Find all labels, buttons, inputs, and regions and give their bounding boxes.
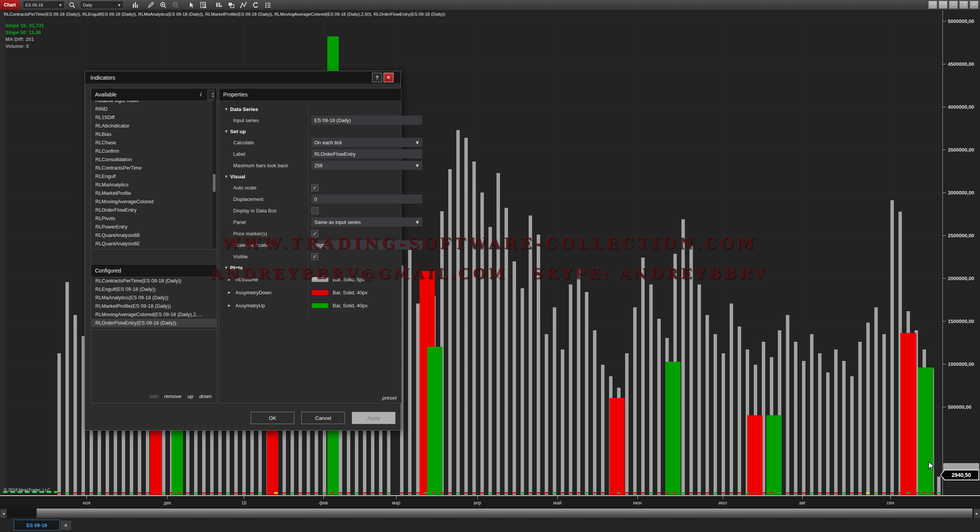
configured-item[interactable]: RLOrderFlowEntry(ES 09-18 (Daily)) bbox=[91, 319, 216, 327]
available-item[interactable]: RLMovingAverageColored bbox=[91, 197, 216, 206]
tab-es-09-18[interactable]: ES 09-18 bbox=[14, 520, 60, 530]
field-control-cell: Same as input series∨ bbox=[311, 217, 422, 227]
drawing-tools-icon[interactable] bbox=[146, 1, 156, 9]
time-tick-label: сен bbox=[887, 500, 894, 506]
scroll-left-button[interactable]: ◄ bbox=[0, 509, 7, 518]
volume-bar bbox=[802, 361, 805, 495]
properties-list-icon[interactable] bbox=[263, 1, 273, 9]
ok-button[interactable]: OK bbox=[251, 412, 294, 424]
remove-link[interactable]: remove bbox=[164, 393, 181, 399]
available-item[interactable]: RLEngulf bbox=[91, 172, 216, 181]
indicator-polyline-icon[interactable] bbox=[238, 1, 248, 9]
pointer-icon[interactable] bbox=[186, 1, 196, 9]
titlebar-button-b[interactable] bbox=[939, 1, 947, 9]
volume-bar bbox=[456, 130, 460, 495]
instrument-select[interactable]: ES 09-18▼ bbox=[23, 1, 65, 9]
checkbox[interactable] bbox=[311, 207, 318, 214]
configured-item[interactable]: RLMarketProfile(ES 09-18 (Daily)) bbox=[91, 302, 216, 310]
available-item[interactable]: RLBias bbox=[91, 130, 216, 139]
close-window-button[interactable]: ✕ bbox=[970, 1, 978, 9]
baseline-dash bbox=[338, 492, 342, 494]
baseline-dash bbox=[298, 492, 302, 494]
time-tick bbox=[557, 496, 558, 499]
plot-color-swatch[interactable] bbox=[311, 303, 329, 308]
zoom-out-icon[interactable] bbox=[170, 1, 180, 9]
collapse-arrow-icon[interactable]: ▼ bbox=[222, 174, 230, 179]
available-item[interactable]: RLPivots bbox=[91, 214, 216, 223]
baseline-dash bbox=[552, 492, 556, 494]
available-item[interactable]: RLContractsPerTime bbox=[91, 164, 216, 172]
period-select[interactable]: Daily▼ bbox=[80, 1, 124, 9]
available-item[interactable]: RLMarketProfile bbox=[91, 189, 216, 197]
collapse-arrow-icon[interactable]: ▼ bbox=[222, 107, 230, 111]
available-scrollbar[interactable] bbox=[212, 101, 216, 248]
close-dialog-button[interactable]: ✕ bbox=[384, 73, 394, 82]
text-input[interactable]: ES 09-18 (Daily) bbox=[311, 116, 422, 125]
dropdown-select[interactable]: 256∨ bbox=[311, 161, 422, 170]
available-item[interactable]: RLChase bbox=[91, 139, 216, 147]
available-item[interactable]: RLMaAnalytics bbox=[91, 181, 216, 189]
property-row: PanelSame as input series∨ bbox=[219, 216, 401, 228]
chart-menu-button[interactable]: Chart bbox=[0, 0, 20, 10]
available-item[interactable]: Relative vigor index bbox=[91, 101, 216, 105]
expand-arrow-icon[interactable]: ▶ bbox=[225, 304, 233, 307]
apply-button[interactable]: Apply bbox=[352, 412, 395, 424]
available-item[interactable]: RLAbcIndicator bbox=[91, 122, 216, 130]
titlebar-button-a[interactable] bbox=[928, 1, 937, 9]
plot-color-swatch[interactable] bbox=[311, 290, 329, 295]
time-axis[interactable]: ноядек18февмарапрмайиюниюлавгсен bbox=[0, 495, 980, 508]
price-tick-label: 3500000,00 bbox=[948, 147, 974, 153]
baseline-dash bbox=[170, 492, 173, 494]
checkbox[interactable]: ✓ bbox=[311, 253, 318, 260]
available-item[interactable]: RLConsolidation bbox=[91, 155, 216, 164]
text-input[interactable]: 0 bbox=[311, 194, 422, 204]
available-list[interactable]: Relative vigor indexRINDRL15DiffRLAbcInd… bbox=[91, 101, 216, 249]
scroll-thumb[interactable] bbox=[36, 509, 973, 518]
collapse-arrow-icon[interactable]: ▼ bbox=[222, 129, 230, 134]
help-button[interactable]: ? bbox=[372, 73, 382, 82]
panels-icon[interactable] bbox=[214, 1, 224, 9]
baseline-dash bbox=[882, 492, 886, 494]
checkbox[interactable]: ✓ bbox=[311, 184, 318, 191]
baseline-dash bbox=[387, 492, 390, 494]
chart-style-icon[interactable] bbox=[131, 1, 140, 9]
configured-item[interactable]: RLMaAnalytics(ES 09-18 (Daily)) bbox=[91, 294, 216, 302]
reload-icon[interactable] bbox=[251, 1, 261, 9]
configured-list[interactable]: RLContractsPerTime(ES 09-18 (Daily))RLEn… bbox=[91, 277, 216, 329]
windows-icon[interactable] bbox=[226, 1, 236, 9]
available-item[interactable]: RL15Diff bbox=[91, 113, 216, 122]
expand-arrow-icon[interactable]: ▶ bbox=[225, 290, 233, 294]
horizontal-gridline bbox=[0, 21, 942, 21]
add-link[interactable]: add bbox=[149, 393, 158, 399]
baseline-dash bbox=[464, 492, 468, 494]
minimize-button[interactable]: – bbox=[949, 1, 958, 9]
configured-item[interactable]: RLMovingAverageColored(ES 09-18 (Daily),… bbox=[91, 310, 216, 319]
search-icon[interactable] bbox=[67, 1, 77, 9]
text-input[interactable]: RLOrderFlowEntry bbox=[311, 149, 422, 158]
preset-link[interactable]: preset bbox=[382, 395, 397, 401]
scroll-right-button[interactable]: ► bbox=[973, 509, 980, 518]
available-item[interactable]: RLOrderFlowEntry bbox=[91, 206, 216, 214]
price-axis[interactable]: 5000000,004500000,004000000,003500000,00… bbox=[942, 10, 980, 495]
info-icon[interactable]: i bbox=[199, 91, 201, 98]
available-item[interactable]: RLConfirm bbox=[91, 147, 216, 155]
dialog-titlebar[interactable]: Indicators bbox=[85, 71, 400, 83]
cancel-button[interactable]: Cancel bbox=[301, 412, 345, 424]
zoom-in-icon[interactable] bbox=[158, 1, 168, 9]
add-tab-button[interactable]: + bbox=[60, 521, 71, 530]
dropdown-select[interactable]: Same as input series∨ bbox=[311, 217, 422, 227]
available-scroll-thumb[interactable] bbox=[213, 174, 216, 192]
horizontal-scrollbar[interactable]: ◄ ► bbox=[0, 508, 980, 518]
instrument-value: ES 09-18 bbox=[25, 3, 43, 7]
down-link[interactable]: down bbox=[199, 393, 212, 399]
spinner-icon[interactable]: ▲▼ bbox=[207, 90, 214, 100]
available-item[interactable]: RLPowerEntry bbox=[91, 223, 216, 231]
price-tick-label: 1000000,00 bbox=[948, 361, 974, 367]
up-link[interactable]: up bbox=[188, 393, 193, 399]
data-box-icon[interactable] bbox=[199, 1, 209, 9]
dropdown-select[interactable]: On each tick∨ bbox=[311, 138, 422, 147]
restore-button[interactable]: ❐ bbox=[959, 1, 968, 9]
property-section: ▼Visual bbox=[219, 171, 401, 182]
available-item[interactable]: RIND bbox=[91, 105, 216, 113]
configured-item[interactable]: RLEngulf(ES 09-18 (Daily)) bbox=[91, 285, 216, 294]
